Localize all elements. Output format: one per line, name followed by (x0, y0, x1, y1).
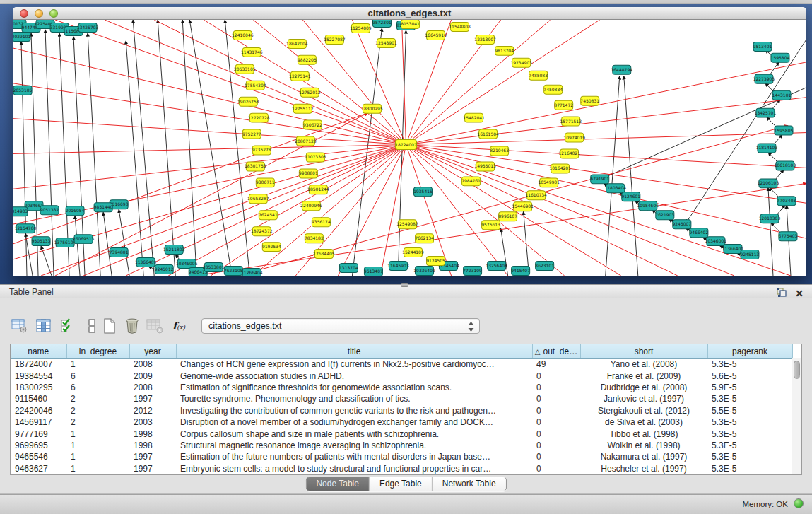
selected-node[interactable]: 12213907 (474, 35, 496, 44)
selected-node[interactable]: 17554304 (245, 81, 266, 90)
selected-node[interactable]: 12164021 (558, 149, 580, 158)
node[interactable]: 2016054 (66, 206, 85, 216)
selected-edge[interactable] (13, 145, 406, 189)
node[interactable]: 9505133 (32, 237, 51, 246)
selected-node[interactable]: 17634405 (313, 250, 335, 259)
node[interactable]: 3314903 (13, 207, 28, 216)
selected-node[interactable]: 8153041 (401, 20, 420, 28)
selected-node[interactable]: 19026758 (237, 97, 259, 106)
node[interactable]: 7623105 (224, 267, 243, 276)
node[interactable]: 9245012 (155, 265, 174, 274)
node[interactable]: 10346005 (176, 259, 198, 269)
table-row[interactable]: 969969511998Structural magnetic resonanc… (11, 440, 792, 451)
selected-node[interactable]: 11548808 (449, 22, 471, 31)
selected-node[interactable]: 9735278 (252, 146, 271, 155)
node[interactable]: 7723109 (463, 267, 482, 276)
selected-node[interactable]: 9356174 (312, 218, 331, 227)
column-header-in_degree[interactable]: in_degree (66, 344, 129, 358)
selected-node[interactable]: 7834182 (305, 234, 324, 243)
zoom-window-button[interactable] (49, 9, 58, 18)
selected-node[interactable]: 9306722 (303, 120, 322, 129)
table-row[interactable]: 2242004622012Investigating the contribut… (11, 405, 792, 416)
selected-node[interactable]: 12752012 (299, 88, 321, 97)
selected-node[interactable]: 15446901 (512, 202, 534, 211)
selected-node[interactable]: 11073305 (305, 153, 326, 162)
selected-node[interactable]: 7450831 (580, 96, 599, 105)
column-header-out_degree[interactable]: △out_de… (532, 344, 580, 358)
node[interactable]: 6791901 (590, 175, 609, 184)
node[interactable]: 2053105 (13, 86, 33, 95)
selected-node[interactable]: 9575613 (481, 221, 500, 230)
citation-edge[interactable] (75, 216, 80, 276)
selected-node[interactable]: 7485083 (529, 71, 548, 80)
selected-node[interactable]: 14955013 (474, 162, 496, 171)
node[interactable]: 9245113 (741, 250, 760, 259)
select-rows-icon[interactable] (59, 317, 77, 335)
selected-node[interactable]: 12410046 (232, 30, 254, 40)
node[interactable]: 10954606 (637, 201, 659, 211)
node[interactable]: 1935415 (413, 187, 433, 197)
network-canvas[interactable]: 3001329944740112254013331990111156804134… (13, 20, 806, 276)
selected-edge[interactable] (406, 133, 806, 145)
selected-node[interactable]: 10164201 (549, 164, 571, 173)
delete-attributes-icon[interactable] (123, 317, 141, 335)
selected-node[interactable]: 22400946 (300, 201, 322, 211)
node[interactable]: 9415407 (511, 267, 530, 276)
selected-node[interactable]: 12549087 (396, 220, 418, 229)
node[interactable]: 7621903 (655, 211, 674, 220)
node[interactable]: 10346001 (705, 237, 727, 246)
close-panel-icon[interactable]: ✕ (795, 289, 804, 298)
node[interactable]: 9466402 (690, 228, 709, 238)
node[interactable]: 2029101 (13, 32, 31, 41)
node[interactable]: 12273903 (753, 74, 775, 83)
node[interactable]: 8623101 (535, 262, 554, 271)
table-row[interactable]: 1872400712008Changes of HCN gene express… (11, 358, 792, 370)
close-window-button[interactable] (20, 9, 28, 18)
node[interactable]: 12106103 (758, 179, 779, 188)
column-header-name[interactable]: name (11, 344, 66, 358)
column-header-year[interactable]: year (129, 344, 176, 358)
selected-node[interactable]: 10549901 (538, 178, 560, 187)
selected-node[interactable]: 16161504 (477, 129, 499, 139)
citation-edge[interactable] (119, 209, 129, 276)
selected-node[interactable]: 15227087 (324, 35, 346, 44)
table-scrollbar-thumb[interactable] (794, 361, 800, 379)
network-graph[interactable]: 3001329944740112254013331990111156804134… (13, 20, 806, 276)
citation-edge[interactable] (133, 20, 154, 276)
selected-node[interactable]: 10974019 (563, 133, 585, 142)
selected-node[interactable]: 11254009 (350, 23, 372, 33)
node-table[interactable]: namein_degreeyeartitle△out_de…shortpager… (11, 344, 793, 474)
node[interactable]: 11814103 (756, 144, 778, 153)
node[interactable]: 7703403 (777, 197, 796, 206)
node[interactable]: 13256408 (486, 262, 507, 271)
table-row[interactable]: 946362711997Embryonic stem cells: a mode… (11, 463, 792, 474)
node[interactable]: 10618103 (775, 161, 796, 170)
node[interactable]: 13425703 (77, 23, 99, 32)
table-settings-icon[interactable] (11, 317, 29, 335)
node[interactable]: 9572301 (372, 20, 392, 27)
node[interactable]: 9513407 (364, 267, 383, 276)
selected-edge[interactable] (55, 20, 406, 145)
selected-node[interactable]: 7984761 (461, 177, 481, 186)
selected-node[interactable]: 8771472 (554, 100, 573, 110)
node[interactable]: 16448794 (611, 65, 633, 74)
selected-node[interactable]: 11431746 (241, 47, 263, 57)
minimize-window-button[interactable] (35, 9, 43, 18)
citation-edge[interactable] (158, 20, 175, 276)
table-selector-dropdown[interactable]: citations_edges.txt (201, 318, 480, 334)
selected-node[interactable]: 7624541 (259, 211, 278, 220)
selected-node[interactable]: 19734903 (510, 58, 532, 67)
selected-node[interactable]: 9124505 (426, 257, 445, 266)
new-table-icon[interactable] (100, 317, 119, 335)
selected-node[interactable]: 9908801 (299, 169, 318, 178)
selected-node[interactable]: 7450834 (543, 85, 563, 94)
table-row[interactable]: 1456911722003Disruption of a novel membe… (11, 416, 792, 428)
node[interactable]: 26069513 (73, 235, 95, 244)
citation-edge[interactable] (624, 76, 638, 276)
selected-node[interactable]: 8996107 (498, 212, 517, 221)
selected-node[interactable]: 15244109 (402, 248, 424, 257)
selected-node[interactable]: 7662134 (415, 234, 434, 243)
node[interactable]: 11366409 (135, 258, 157, 267)
citation-edge[interactable] (182, 20, 196, 276)
node[interactable]: 9124601 (621, 192, 640, 201)
